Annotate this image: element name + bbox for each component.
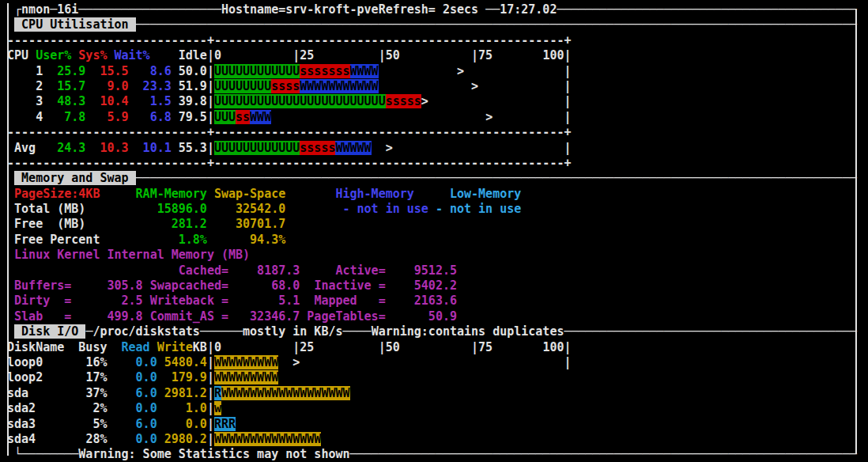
cpu-row-avg: Avg 24.3 10.3 10.1 55.3|UUUUUUUUUUUUssss… xyxy=(0,141,868,156)
disk-row-sda3: sda3 5% 6.0 0.0|RRR xyxy=(0,417,868,432)
memory-free-percent-row: Free Percent 1.8% 94.3% xyxy=(0,233,868,248)
cpu-separator-top: ----------------------------+-----------… xyxy=(0,33,868,48)
top-border: ┌nmon─16i────────────────────Hostname=sr… xyxy=(0,2,868,17)
memory-total-row: Total (MB) 15896.0 32542.0 - not in use … xyxy=(0,202,868,217)
cpu-separator-bottom: ----------------------------+-----------… xyxy=(0,156,868,171)
disk-row-sda2: sda2 2% 0.0 1.0|w xyxy=(0,401,868,416)
terminal-rows: ┌nmon─16i────────────────────Hostname=sr… xyxy=(0,2,868,462)
cpu-row-4: 4 7.8 5.9 6.8 79.5|UUUssWWW > | xyxy=(0,110,868,125)
cpu-row-1: 1 25.9 15.5 8.6 50.0|UUUUUUUUUUUUsssssss… xyxy=(0,64,868,79)
kernel-memory-row-2: Buffers= 305.8 Swapcached= 68.0 Inactive… xyxy=(0,278,868,293)
cpu-row-2: 2 15.7 9.0 23.3 51.9|UUUUUUUUssssWWWWWWW… xyxy=(0,79,868,94)
bottom-border: └────────Warning: Some Statistics may no… xyxy=(0,447,868,462)
disk-row-sda4: sda4 28% 0.0 2980.2|WWWWWWWWWWWWWWW xyxy=(0,432,868,447)
memory-header: PageSize:4KB RAM-Memory Swap-Space High-… xyxy=(0,187,868,202)
kernel-memory-row-1: Cached= 8187.3 Active= 9512.5 xyxy=(0,263,868,278)
disk-section-title: Disk I/O ─/proc/diskstats──────mostly in… xyxy=(0,324,868,339)
kernel-memory-row-3: Dirty = 2.5 Writeback = 5.1 Mapped = 216… xyxy=(0,293,868,309)
nmon-terminal: ┌nmon─16i────────────────────Hostname=sr… xyxy=(0,0,868,462)
cpu-row-3: 3 48.3 10.4 1.5 39.8|UUUUUUUUUUUUUUUUUUU… xyxy=(0,94,868,109)
memory-free-row: Free (MB) 281.2 30701.7 xyxy=(0,217,868,232)
cpu-section-title: CPU Utilisation ────────────────────────… xyxy=(0,17,868,32)
kernel-memory-title: Linux Kernel Internal Memory (MB) xyxy=(0,248,868,263)
disk-row-loop2: loop2 17% 0.0 179.9|WWWWWWWWW xyxy=(0,370,868,385)
disk-row-loop0: loop0 16% 0.0 5480.4|WWWWWWWWW > | xyxy=(0,355,868,370)
disk-table-header: DiskName Busy Read WriteKB|0 |25 |50 |75… xyxy=(0,340,868,355)
disk-row-sda: sda 37% 6.0 2981.2|RWWWWWWWWWWWWWWWWWW xyxy=(0,386,868,401)
cpu-separator-mid: ----------------------------+-----------… xyxy=(0,125,868,140)
memory-section-title: Memory and Swap ────────────────────────… xyxy=(0,171,868,186)
cpu-table-header: CPU User% Sys% Wait% Idle|0 |25 |50 |75 … xyxy=(0,48,868,63)
kernel-memory-row-4: Slab = 499.8 Commit_AS = 32346.7 PageTab… xyxy=(0,309,868,324)
